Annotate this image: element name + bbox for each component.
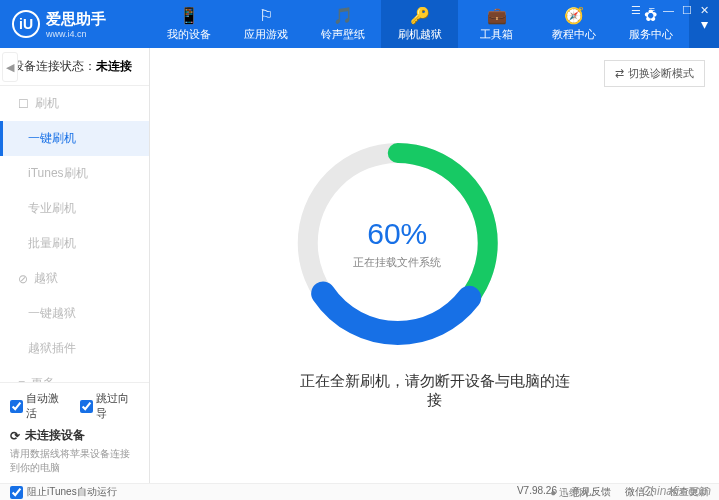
sidebar-item[interactable]: 专业刷机 bbox=[0, 191, 149, 226]
logo-icon: iU bbox=[12, 10, 40, 38]
nav-icon: ⚐ bbox=[259, 6, 273, 25]
progress-area: 60% 正在挂载文件系统 正在全新刷机，请勿断开设备与电脑的连接 bbox=[292, 138, 577, 410]
app-header: iU 爱思助手 www.i4.cn 📱我的设备⚐应用游戏🎵铃声壁纸🔑刷机越狱💼工… bbox=[0, 0, 719, 48]
nav-item-2[interactable]: 🎵铃声壁纸 bbox=[304, 0, 381, 48]
sidebar-list: ☐刷机一键刷机iTunes刷机专业刷机批量刷机⊘越狱一键越狱越狱插件≡更多其他工… bbox=[0, 86, 149, 382]
sidebar-item[interactable]: 批量刷机 bbox=[0, 226, 149, 261]
category-icon: ⊘ bbox=[18, 272, 28, 286]
sidebar-category[interactable]: ☐刷机 bbox=[0, 86, 149, 121]
progress-message: 正在全新刷机，请勿断开设备与电脑的连接 bbox=[292, 372, 577, 410]
window-controls: ☰ ≡ — ☐ ✕ bbox=[631, 0, 715, 17]
nav-item-1[interactable]: ⚐应用游戏 bbox=[227, 0, 304, 48]
main-panel: ⇄ 切换诊断模式 60% 正在挂载文件系统 正在全新刷机，请勿断开设备与电脑的连… bbox=[150, 48, 719, 483]
skip-guide-checkbox[interactable]: 跳过向导 bbox=[80, 391, 140, 421]
nav-icon: 💼 bbox=[487, 6, 507, 25]
top-nav: 📱我的设备⚐应用游戏🎵铃声壁纸🔑刷机越狱💼工具箱🧭教程中心✿服务中心 bbox=[150, 0, 689, 48]
nav-item-3[interactable]: 🔑刷机越狱 bbox=[381, 0, 458, 48]
nav-item-4[interactable]: 💼工具箱 bbox=[458, 0, 535, 48]
conn-value: 未连接 bbox=[96, 59, 132, 73]
sidebar-item[interactable]: 一键越狱 bbox=[0, 296, 149, 331]
no-connection-title: ⟳ 未连接设备 bbox=[10, 427, 139, 444]
app-name: 爱思助手 bbox=[46, 10, 106, 29]
nav-icon: 🔑 bbox=[410, 6, 430, 25]
nav-icon: 🧭 bbox=[564, 6, 584, 25]
nav-item-5[interactable]: 🧭教程中心 bbox=[535, 0, 612, 48]
no-connection-sub: 请用数据线将苹果设备连接到你的电脑 bbox=[10, 447, 139, 475]
watermark-brand: ● 迅维网 bbox=[550, 486, 589, 500]
category-icon: ☐ bbox=[18, 97, 29, 111]
diagnostic-mode-button[interactable]: ⇄ 切换诊断模式 bbox=[604, 60, 705, 87]
progress-ring: 60% 正在挂载文件系统 bbox=[292, 138, 502, 348]
refresh-icon: ⟳ bbox=[10, 429, 20, 443]
conn-label: 设备连接状态： bbox=[12, 59, 96, 73]
sidebar: 设备连接状态：未连接 ☐刷机一键刷机iTunes刷机专业刷机批量刷机⊘越狱一键越… bbox=[0, 48, 150, 483]
close-button[interactable]: ✕ bbox=[700, 4, 709, 17]
watermark-site: Chinafix.com bbox=[642, 484, 711, 498]
connection-status: 设备连接状态：未连接 bbox=[0, 48, 149, 86]
auto-activate-checkbox[interactable]: 自动激活 bbox=[10, 391, 70, 421]
maximize-button[interactable]: ☐ bbox=[682, 4, 692, 17]
minimize-button[interactable]: — bbox=[663, 4, 674, 16]
logo-area: iU 爱思助手 www.i4.cn bbox=[0, 10, 150, 39]
progress-sub: 正在挂载文件系统 bbox=[353, 255, 441, 270]
sidebar-category[interactable]: ≡更多 bbox=[0, 366, 149, 382]
footer: 阻止iTunes自动运行 V7.98.26 意见反馈 微信公 检查更新 bbox=[0, 483, 719, 500]
sidebar-item[interactable]: iTunes刷机 bbox=[0, 156, 149, 191]
nav-icon: 📱 bbox=[179, 6, 199, 25]
back-arrow-button[interactable]: ◀ bbox=[2, 52, 18, 82]
nav-item-0[interactable]: 📱我的设备 bbox=[150, 0, 227, 48]
sidebar-item[interactable]: 越狱插件 bbox=[0, 331, 149, 366]
block-itunes-checkbox[interactable]: 阻止iTunes自动运行 bbox=[10, 485, 117, 499]
progress-percent: 60% bbox=[353, 217, 441, 251]
sidebar-category[interactable]: ⊘越狱 bbox=[0, 261, 149, 296]
app-url: www.i4.cn bbox=[46, 29, 106, 39]
sidebar-bottom: 自动激活 跳过向导 ⟳ 未连接设备 请用数据线将苹果设备连接到你的电脑 bbox=[0, 382, 149, 483]
settings-icon[interactable]: ≡ bbox=[649, 4, 655, 16]
sidebar-item[interactable]: 一键刷机 bbox=[0, 121, 149, 156]
swap-icon: ⇄ bbox=[615, 67, 624, 80]
menu-icon[interactable]: ☰ bbox=[631, 4, 641, 17]
nav-icon: 🎵 bbox=[333, 6, 353, 25]
